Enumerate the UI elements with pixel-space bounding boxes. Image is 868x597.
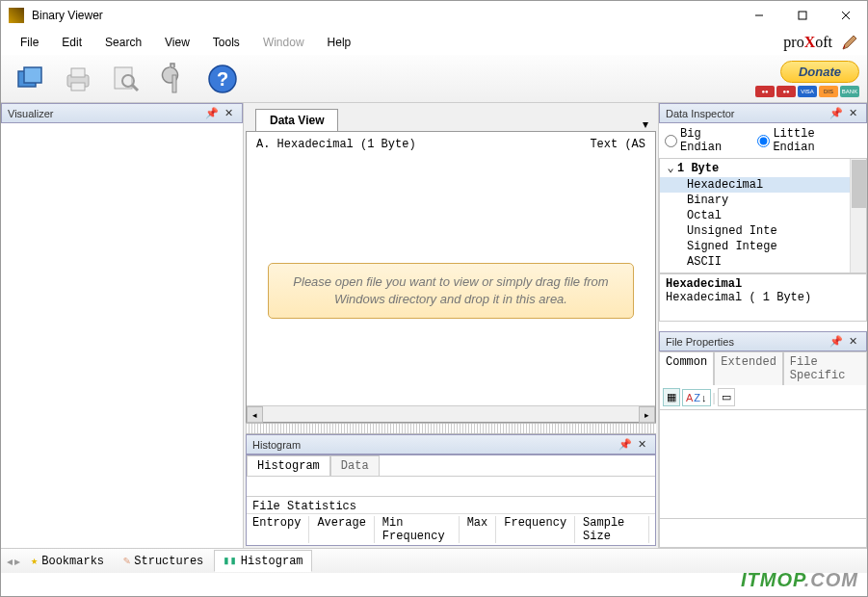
dataview-col-text: Text (AS: [590, 138, 645, 151]
menu-tools[interactable]: Tools: [201, 32, 251, 53]
dataview-body[interactable]: A. Hexadecimal (1 Byte) Text (AS Please …: [246, 131, 656, 423]
histogram-pane: Histogram Data File Statistics Entropy A…: [246, 454, 656, 546]
big-endian-radio[interactable]: Big Endian: [665, 127, 748, 154]
star-icon: ★: [31, 554, 38, 568]
chart-icon: ▮▮: [223, 554, 236, 568]
menu-window[interactable]: Window: [251, 32, 316, 53]
col-average: Average: [317, 516, 374, 543]
fileprops-tab-extended[interactable]: Extended: [714, 351, 783, 385]
scroll-right-icon[interactable]: ▸: [639, 406, 655, 423]
svg-rect-1: [799, 12, 806, 19]
title-bar: Binary Viewer: [1, 1, 867, 30]
fileprops-header: File Properties 📌 ✕: [659, 331, 867, 351]
histogram-close-icon[interactable]: ✕: [635, 438, 649, 451]
status-tab-bookmarks[interactable]: ★ Bookmarks: [22, 550, 113, 572]
payment-cards: ●● ●● VISA DIS BANK: [755, 86, 859, 97]
dataview-tab-dropdown-icon[interactable]: ▾: [635, 117, 656, 131]
col-minfreq: Min Frequency: [382, 516, 460, 543]
svg-rect-7: [71, 68, 85, 77]
svg-line-11: [132, 85, 138, 91]
statusbar-scroll-right-icon[interactable]: ▸: [14, 555, 20, 568]
inspector-group-1byte[interactable]: 1 Byte: [677, 162, 719, 175]
main-area: Visualizer 📌 ✕ Data View ▾ A. Hexadecima…: [1, 103, 867, 548]
inspector-pin-icon[interactable]: 📌: [827, 107, 846, 119]
fileprops-title: File Properties: [666, 336, 734, 348]
dataview-col-hex: A. Hexadecimal (1 Byte): [256, 138, 416, 151]
inspector-item-octal[interactable]: Octal: [660, 208, 866, 223]
status-tab-histogram[interactable]: ▮▮ Histogram: [214, 550, 311, 572]
inspector-vscrollbar[interactable]: [850, 159, 866, 273]
menu-edit[interactable]: Edit: [50, 32, 93, 53]
svg-rect-8: [71, 83, 85, 91]
col-entropy: Entropy: [252, 516, 309, 543]
pencil-small-icon: ✎: [123, 554, 130, 568]
fileprops-sort-icon[interactable]: AZ↓: [682, 389, 711, 406]
fileprops-toolbar: ▦ AZ↓ | ▭: [659, 385, 867, 410]
visualizer-header: Visualizer 📌 ✕: [1, 103, 243, 123]
inspector-item-binary[interactable]: Binary: [660, 193, 866, 208]
inspector-item-sint[interactable]: Signed Intege: [660, 239, 866, 254]
inspector-list[interactable]: ⌄1 Byte Hexadecimal Binary Octal Unsigne…: [659, 158, 867, 273]
status-tab-structures-label: Structures: [134, 555, 203, 568]
histogram-tab-data[interactable]: Data: [330, 455, 380, 476]
histogram-pin-icon[interactable]: 📌: [616, 438, 635, 451]
svg-rect-5: [24, 67, 41, 83]
scroll-left-icon[interactable]: ◂: [247, 406, 263, 423]
inspector-item-hex[interactable]: Hexadecimal: [660, 177, 866, 193]
dataview-tab[interactable]: Data View: [255, 109, 338, 131]
little-endian-radio[interactable]: Little Endian: [757, 127, 861, 154]
menu-search[interactable]: Search: [93, 32, 153, 53]
proxoft-logo: proXoft: [783, 34, 832, 51]
col-max: Max: [467, 516, 497, 543]
fileprops-tab-common[interactable]: Common: [659, 351, 714, 385]
menu-bar: File Edit Search View Tools Window Help …: [1, 30, 867, 55]
status-tab-structures[interactable]: ✎ Structures: [115, 550, 212, 572]
fileprops-pages-icon[interactable]: ▭: [718, 388, 735, 406]
fileprops-close-icon[interactable]: ✕: [846, 335, 860, 348]
col-frequency: Frequency: [504, 516, 575, 543]
histogram-tab-histogram[interactable]: Histogram: [247, 455, 330, 476]
minimize-button[interactable]: [737, 1, 780, 30]
settings-button[interactable]: [153, 58, 196, 100]
pencil-icon: [840, 33, 859, 52]
inspector-item-ascii[interactable]: ASCII: [660, 254, 866, 270]
app-icon: [9, 8, 24, 23]
dataview-placeholder: Please open file you want to view or sim…: [268, 263, 634, 319]
endian-row: Big Endian Little Endian: [659, 123, 867, 158]
histogram-body: [247, 477, 655, 496]
inspector-close-icon[interactable]: ✕: [846, 107, 860, 119]
fileprops-pin-icon[interactable]: 📌: [827, 335, 846, 348]
file-statistics-label: File Statistics: [247, 496, 655, 513]
fileprops-categorized-icon[interactable]: ▦: [663, 388, 680, 406]
status-tab-bookmarks-label: Bookmarks: [41, 555, 104, 568]
menu-file[interactable]: File: [9, 32, 50, 53]
inspector-detail-title: Hexadecimal: [666, 277, 860, 291]
inspector-header: Data Inspector 📌 ✕: [659, 103, 867, 123]
inspector-detail-sub: Hexadecimal ( 1 Byte): [666, 291, 860, 304]
help-button[interactable]: ?: [201, 58, 244, 100]
visualizer-pin-icon[interactable]: 📌: [202, 107, 222, 119]
toolbar: ? Donate ●● ●● VISA DIS BANK: [1, 55, 867, 103]
chevron-down-icon[interactable]: ⌄: [664, 161, 677, 175]
splitter-grip[interactable]: [246, 423, 656, 434]
print-button[interactable]: [57, 58, 99, 100]
close-button[interactable]: [824, 1, 867, 30]
find-button[interactable]: [105, 58, 147, 100]
fileprops-body: [659, 410, 867, 519]
inspector-item-uint[interactable]: Unsigned Inte: [660, 223, 866, 239]
fileprops-tab-specific[interactable]: File Specific: [783, 351, 867, 385]
menu-view[interactable]: View: [153, 32, 201, 53]
fileprops-description: [659, 519, 867, 548]
menu-help[interactable]: Help: [316, 32, 363, 53]
histogram-title: Histogram: [252, 439, 301, 451]
visualizer-close-icon[interactable]: ✕: [222, 107, 236, 119]
histogram-header: Histogram 📌 ✕: [246, 434, 656, 454]
statusbar-scroll-left-icon[interactable]: ◂: [7, 555, 13, 568]
dataview-hscrollbar[interactable]: ◂ ▸: [247, 405, 655, 422]
maximize-button[interactable]: [780, 1, 824, 30]
watermark: ITMOP.COM: [741, 569, 858, 591]
donate-button[interactable]: Donate: [780, 61, 859, 83]
open-file-button[interactable]: [9, 58, 51, 100]
fileprops-tabs: Common Extended File Specific: [659, 351, 867, 385]
inspector-detail: Hexadecimal Hexadecimal ( 1 Byte): [659, 273, 867, 322]
